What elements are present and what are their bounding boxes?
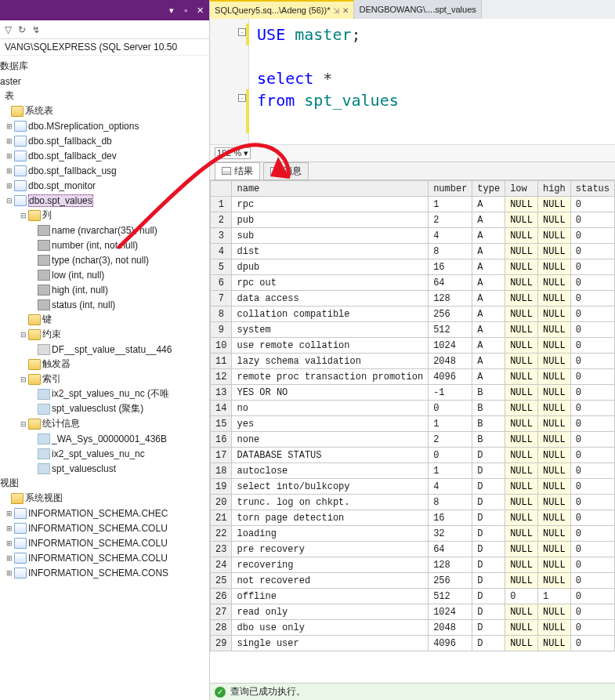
data-cell[interactable]: 1024 (429, 338, 472, 354)
column-header[interactable]: type (472, 181, 505, 197)
data-cell[interactable]: pub (232, 212, 429, 228)
rownum-cell[interactable]: 7 (211, 291, 232, 306)
data-cell[interactable]: select into/bulkcopy (232, 479, 429, 495)
node-msrep[interactable]: ⊞dbo.MSreplication_options (0, 118, 209, 133)
rownum-cell[interactable]: 18 (211, 463, 232, 479)
expand-icon[interactable]: ⊞ (5, 167, 14, 175)
view-item[interactable]: ⊞INFORMATION_SCHEMA.CHEC (0, 506, 209, 520)
column-header[interactable]: number (429, 181, 472, 197)
data-cell[interactable]: autoclose (232, 463, 429, 479)
data-cell[interactable]: NULL (537, 604, 570, 620)
data-cell[interactable]: B (472, 401, 505, 416)
data-cell[interactable]: NULL (537, 463, 570, 479)
data-cell[interactable]: rpc (232, 197, 429, 212)
data-cell[interactable]: D (472, 604, 505, 620)
expand-icon[interactable]: ⊞ (5, 524, 14, 532)
data-cell[interactable]: NULL (505, 557, 538, 573)
data-cell[interactable]: 0 (570, 275, 614, 291)
data-cell[interactable]: NULL (537, 338, 570, 354)
data-cell[interactable]: 64 (429, 542, 472, 557)
tab-close-icon[interactable]: ✕ (342, 6, 349, 15)
data-cell[interactable]: 1 (537, 589, 570, 604)
table-row[interactable]: 21torn page detection16DNULLNULL0 (211, 510, 615, 526)
data-cell[interactable]: NULL (537, 322, 570, 338)
data-cell[interactable]: YES OR NO (232, 385, 429, 401)
data-cell[interactable]: NULL (537, 542, 570, 557)
table-row[interactable]: 11lazy schema validation2048ANULLNULL0 (211, 354, 615, 369)
fold-icon[interactable]: - (238, 94, 246, 102)
data-cell[interactable]: B (472, 416, 505, 432)
data-cell[interactable]: 8 (429, 244, 472, 259)
node-triggers[interactable]: 触发器 (0, 357, 209, 372)
data-cell[interactable]: 0 (570, 244, 614, 259)
data-cell[interactable]: NULL (505, 275, 538, 291)
data-cell[interactable]: NULL (537, 479, 570, 495)
data-cell[interactable]: no (232, 401, 429, 416)
node-clusts[interactable]: spt_valuesclust (0, 461, 209, 476)
node-databases[interactable]: 数据库 (0, 59, 209, 74)
data-cell[interactable]: NULL (505, 542, 538, 557)
data-cell[interactable]: NULL (505, 573, 538, 589)
rownum-cell[interactable]: 27 (211, 604, 232, 620)
table-row[interactable]: 29single user4096DNULLNULL0 (211, 636, 615, 651)
data-cell[interactable]: NULL (505, 416, 538, 432)
node-sptvalues[interactable]: ⊟dbo.spt_values (0, 193, 209, 208)
data-cell[interactable]: 0 (570, 322, 614, 338)
data-cell[interactable]: NULL (505, 604, 538, 620)
data-cell[interactable]: 4096 (429, 636, 472, 651)
expand-icon[interactable]: ⊞ (5, 539, 14, 547)
rownum-cell[interactable]: 23 (211, 542, 232, 557)
data-cell[interactable]: rpc out (232, 275, 429, 291)
data-cell[interactable]: NULL (505, 197, 538, 212)
data-cell[interactable]: dpub (232, 259, 429, 275)
data-cell[interactable]: 4096 (429, 369, 472, 385)
data-cell[interactable]: NULL (537, 369, 570, 385)
data-cell[interactable]: NULL (537, 401, 570, 416)
rownum-cell[interactable]: 17 (211, 448, 232, 463)
table-row[interactable]: 10use remote collation1024ANULLNULL0 (211, 338, 615, 354)
col-low[interactable]: low (int, null) (0, 267, 209, 282)
table-row[interactable]: 14no0BNULLNULL0 (211, 401, 615, 416)
view-item[interactable]: ⊞INFORMATION_SCHEMA.CONS (0, 565, 209, 580)
data-cell[interactable]: 0 (570, 338, 614, 354)
rownum-cell[interactable]: 16 (211, 432, 232, 448)
expand-icon[interactable]: ⊞ (5, 554, 14, 562)
data-cell[interactable]: A (472, 338, 505, 354)
data-cell[interactable]: A (472, 306, 505, 322)
data-cell[interactable]: NULL (505, 354, 538, 369)
table-row[interactable]: 15yes1BNULLNULL0 (211, 416, 615, 432)
column-header[interactable]: low (505, 181, 538, 197)
rownum-cell[interactable]: 28 (211, 620, 232, 636)
data-cell[interactable]: 2048 (429, 620, 472, 636)
data-cell[interactable]: 0 (570, 448, 614, 463)
col-type[interactable]: type (nchar(3), not null) (0, 252, 209, 267)
table-row[interactable]: 12remote proc transaction promotion4096A… (211, 369, 615, 385)
data-cell[interactable]: lazy schema validation (232, 354, 429, 369)
data-cell[interactable]: NULL (505, 212, 538, 228)
sql-editor[interactable]: - - USE master; select * from spt_values (210, 19, 615, 144)
collapse-icon[interactable]: ⊟ (19, 212, 28, 219)
data-cell[interactable]: 0 (570, 291, 614, 306)
data-cell[interactable]: NULL (505, 636, 538, 651)
data-cell[interactable]: 0 (570, 620, 614, 636)
data-cell[interactable]: 1 (429, 416, 472, 432)
data-cell[interactable]: 0 (570, 604, 614, 620)
data-cell[interactable]: B (472, 385, 505, 401)
data-cell[interactable]: 0 (570, 510, 614, 526)
node-master[interactable]: aster (0, 74, 209, 89)
data-cell[interactable]: NULL (537, 510, 570, 526)
column-header[interactable]: high (537, 181, 570, 197)
code-text[interactable]: USE master; select * from spt_values (249, 19, 407, 144)
data-cell[interactable]: A (472, 275, 505, 291)
data-cell[interactable]: 256 (429, 306, 472, 322)
rownum-cell[interactable]: 22 (211, 526, 232, 542)
data-cell[interactable]: NULL (537, 197, 570, 212)
data-cell[interactable]: recovering (232, 557, 429, 573)
data-cell[interactable]: 0 (570, 479, 614, 495)
filter-icon[interactable]: ▽ (5, 24, 12, 35)
table-row[interactable]: 18autoclose1DNULLNULL0 (211, 463, 615, 479)
rownum-cell[interactable]: 2 (211, 212, 232, 228)
tab-sptvalues[interactable]: DENGBOWANG\....spt_values (354, 0, 481, 19)
data-cell[interactable]: NULL (505, 495, 538, 510)
data-cell[interactable]: NULL (505, 291, 538, 306)
